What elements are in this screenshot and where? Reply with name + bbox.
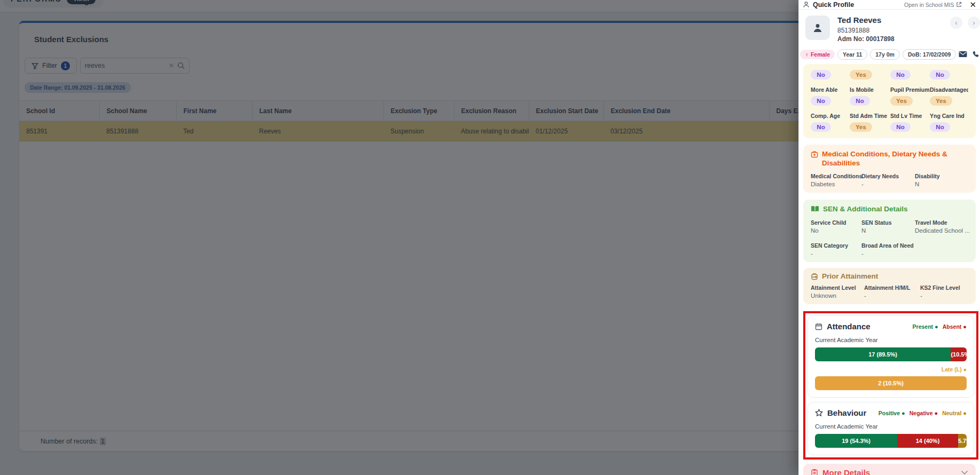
- backpack-icon: [811, 273, 818, 280]
- attendance-title: Attendance: [827, 322, 871, 331]
- flag-label: Comp. Age: [811, 113, 850, 119]
- app-screen: PERFORMS Vision Student Exclusions: [0, 0, 980, 475]
- gender-badge: ♀ Female: [800, 50, 835, 59]
- star-icon: [815, 409, 823, 417]
- medical-section-title: Medical Conditions, Dietary Needs & Disa…: [822, 150, 955, 168]
- flag-label: Is Mobile: [850, 86, 890, 93]
- legend-negative: Negative: [910, 410, 933, 416]
- more-details-label: More Details: [822, 468, 870, 475]
- book-icon: [811, 205, 819, 212]
- flag-label: Std Adm Time: [850, 113, 890, 119]
- medical-section: Medical Conditions, Dietary Needs & Disa…: [803, 145, 976, 193]
- year-badge: Year 11: [837, 49, 867, 60]
- student-id: 851391888: [837, 27, 943, 35]
- behaviour-card: Behaviour Positive● Negative● Neutral● C…: [807, 402, 974, 455]
- calendar-icon: [815, 323, 822, 330]
- flag-label: Std Lv Time: [890, 113, 930, 119]
- field-attainment-hml: Attainment H/M/L -: [864, 284, 920, 299]
- flag-label: Disadvantaged: [930, 86, 968, 93]
- phone-icon[interactable]: [972, 51, 979, 58]
- prior-section-title: Prior Attainment: [822, 272, 878, 281]
- behaviour-bar: 19 (54.3%) 14 (40%) 2 (5.7%): [815, 434, 967, 448]
- flag-label: More Able: [811, 86, 850, 93]
- annotation-highlight-box: Attendance Present● Absent● Current Acad…: [803, 311, 978, 460]
- flag-pill: No: [811, 122, 831, 132]
- panel-header: Quick Profile Open in School MIS ✕: [799, 0, 980, 10]
- flag-label: Pupil Premium: [890, 86, 930, 93]
- legend-late: Late (L): [942, 366, 962, 373]
- flag-pill: No: [930, 70, 950, 80]
- flag-pill: No: [890, 122, 911, 132]
- field-ks2-fine-level: KS2 Fine Level -: [920, 284, 968, 299]
- student-adm-no: Adm No: 00017898: [837, 35, 943, 44]
- attendance-present-segment: 17 (89.5%): [815, 347, 951, 361]
- flag-label: Yng Care Ind: [930, 113, 968, 119]
- field-sen-category: SEN Category -: [811, 242, 861, 257]
- legend-neutral: Neutral: [942, 410, 961, 416]
- field-sen-status: SEN Status N: [861, 219, 915, 234]
- legend-present: Present: [913, 323, 934, 330]
- legend-positive: Positive: [879, 410, 900, 416]
- open-in-school-mis-link[interactable]: Open in School MIS: [904, 2, 962, 8]
- flag-pill: No: [811, 70, 831, 80]
- flags-row-2: Comp. AgeNo Std Adm TimeYes Std Lv TimeN…: [811, 113, 968, 132]
- student-summary: Ted Reeves 851391888 Adm No: 00017898 ‹ …: [799, 10, 980, 47]
- sen-section: SEN & Additional Details Service Child N…: [803, 200, 976, 262]
- student-badges: ♀ Female Year 11 17y 0m DoB: 17/02/2009: [800, 49, 979, 60]
- close-icon[interactable]: ✕: [969, 1, 976, 9]
- behaviour-negative-segment: 14 (40%): [897, 434, 958, 448]
- quick-profile-panel: Quick Profile Open in School MIS ✕ Ted R…: [798, 0, 980, 475]
- flag-pill: Yes: [850, 70, 872, 80]
- student-flags-section: No Yes No No More AbleNo Is MobileNo Pup…: [803, 64, 976, 138]
- flags-row-0: No Yes No No: [811, 69, 968, 80]
- field-disability: Disability N: [915, 173, 968, 187]
- field-dietary-needs: Dietary Needs -: [861, 173, 915, 187]
- female-icon: ♀: [805, 51, 809, 58]
- more-details-accordion[interactable]: More Details: [803, 464, 976, 475]
- age-badge: 17y 0m: [870, 49, 900, 60]
- field-service-child: Service Child No: [811, 219, 861, 234]
- prior-attainment-section: Prior Attainment Attainment Level Unknow…: [803, 268, 976, 304]
- flag-pill: Yes: [930, 96, 952, 106]
- avatar: [805, 15, 830, 40]
- behaviour-title: Behaviour: [827, 408, 866, 417]
- field-medical-conditions: Medical Conditions Diabetes: [811, 173, 861, 187]
- flag-pill: No: [930, 122, 950, 132]
- behaviour-neutral-segment: 2 (5.7%): [958, 434, 967, 448]
- next-student-button[interactable]: ›: [968, 17, 980, 29]
- medical-kit-icon: [811, 151, 818, 158]
- student-name: Ted Reeves: [837, 15, 943, 25]
- external-link-icon: [956, 2, 962, 7]
- field-attainment-level: Attainment Level Unknown: [811, 284, 864, 299]
- flag-pill: No: [890, 70, 911, 80]
- attendance-period-label: Current Academic Year: [815, 337, 967, 343]
- flag-pill: Yes: [850, 122, 872, 132]
- open-link-label: Open in School MIS: [904, 2, 954, 8]
- flags-row-1: More AbleNo Is MobileNo Pupil PremiumYes…: [811, 86, 968, 106]
- previous-student-button[interactable]: ‹: [950, 17, 962, 29]
- field-travel-mode: Travel Mode Dedicated School ...: [915, 219, 970, 234]
- panel-title: Quick Profile: [813, 1, 854, 9]
- person-icon: [803, 1, 810, 8]
- flag-pill: No: [850, 96, 870, 106]
- attendance-card: Attendance Present● Absent● Current Acad…: [807, 315, 974, 398]
- dob-badge: DoB: 17/02/2009: [903, 49, 957, 60]
- flag-pill: Yes: [890, 96, 913, 106]
- legend-absent: Absent: [943, 323, 962, 330]
- attendance-bar: 17 (89.5%) 2 (10.5%): [815, 347, 967, 361]
- flag-pill: No: [811, 96, 831, 106]
- email-icon[interactable]: [959, 51, 967, 58]
- sen-section-title: SEN & Additional Details: [823, 205, 908, 214]
- attendance-late-bar: 2 (10.5%): [815, 376, 967, 390]
- attendance-absent-segment: 2 (10.5%): [951, 347, 967, 361]
- field-broad-area-of-need: Broad Area of Need -: [861, 242, 915, 257]
- clipboard-icon: [811, 469, 818, 475]
- behaviour-period-label: Current Academic Year: [815, 423, 967, 430]
- behaviour-positive-segment: 19 (54.3%): [815, 434, 897, 448]
- chevron-down-icon: [961, 470, 968, 475]
